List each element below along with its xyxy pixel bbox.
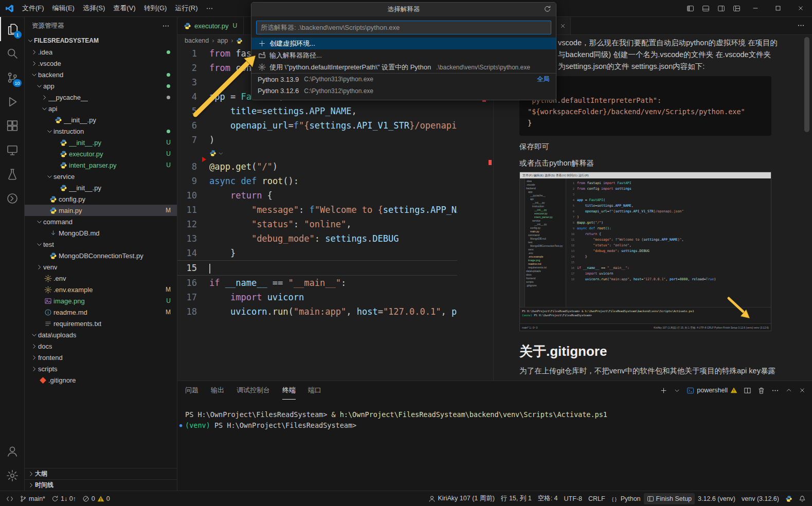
workspace-section-header[interactable]: FILESREADSYSTEAM <box>25 35 177 46</box>
code-line[interactable]: 9async def root(): <box>177 174 457 188</box>
maximize-button[interactable] <box>767 0 789 16</box>
tree-item-MongoDB.md[interactable]: MongoDB.md <box>25 227 177 239</box>
code-line[interactable]: 15 <box>177 260 457 276</box>
minimize-button[interactable] <box>744 0 767 16</box>
menu-item-4[interactable]: 转到(G) <box>140 3 171 14</box>
tree-item-.env[interactable]: .env <box>25 273 177 284</box>
tree-item-__init__.py[interactable]: __init__.pyU <box>25 137 177 148</box>
tab-executor[interactable]: executor.py U <box>177 17 244 34</box>
tree-item-requirements.txt[interactable]: requirements.txt <box>25 318 177 329</box>
quickpick-item-4[interactable]: Python 3.12.6C:\Python312\python.exe <box>251 85 556 97</box>
code-line[interactable]: 8@app.get("/") <box>177 159 457 174</box>
tree-item-config.py[interactable]: config.py <box>25 193 177 205</box>
activity-extensions[interactable] <box>0 114 25 138</box>
close-window-button[interactable] <box>789 0 812 16</box>
panel-more-icon[interactable] <box>771 387 779 394</box>
tree-item-frontend[interactable]: frontend <box>25 352 177 363</box>
menu-item-3[interactable]: 查看(V) <box>109 3 139 14</box>
activity-search[interactable] <box>0 41 25 65</box>
activity-source-control[interactable]: 10 <box>0 65 25 89</box>
kill-terminal-icon[interactable] <box>757 387 765 394</box>
menu-overflow-icon[interactable] <box>202 0 217 16</box>
tree-item-command[interactable]: command <box>25 216 177 227</box>
status-item-bell[interactable] <box>796 493 809 504</box>
tree-item-intent_parser.py[interactable]: intent_parser.pyU <box>25 159 177 171</box>
terminal-shell-item[interactable]: powershell <box>687 387 737 394</box>
code-line[interactable]: 16if __name__ == "__main__": <box>177 276 457 290</box>
layout-panel-icon[interactable] <box>698 0 713 16</box>
activity-gitlens[interactable] <box>0 186 25 210</box>
activity-testing[interactable] <box>0 162 25 186</box>
panel-tab-调试控制台[interactable]: 调试控制台 <box>237 381 270 400</box>
interpreter-input[interactable] <box>261 24 547 31</box>
tree-item-app[interactable]: app <box>25 80 177 92</box>
layout-customize-icon[interactable] <box>729 0 744 16</box>
tree-item-readme.md[interactable]: readme.mdM <box>25 306 177 318</box>
tree-item-.idea[interactable]: .idea <box>25 46 177 58</box>
tree-item-data-uploads[interactable]: data\uploads <box>25 329 177 340</box>
activity-explorer[interactable]: 1 <box>0 17 25 41</box>
tree-item-__init__.py[interactable]: __init__.py <box>25 114 177 125</box>
tree-item-docs[interactable]: docs <box>25 340 177 352</box>
status-item-空格: 4[interactable]: 空格: 4 <box>535 493 561 504</box>
activity-remote-explorer[interactable] <box>0 138 25 162</box>
activity-account[interactable] <box>0 439 25 463</box>
code-line[interactable]: 11 "message": f"Welcome to {settings.APP… <box>177 203 457 217</box>
panel-tab-终端[interactable]: 终端 <box>282 381 296 400</box>
tree-item-service[interactable]: service <box>25 171 177 182</box>
tree-item-image.png[interactable]: image.pngU <box>25 295 177 306</box>
status-item-main*[interactable]: main* <box>16 493 48 504</box>
layout-sidebar-left-icon[interactable] <box>682 0 698 16</box>
tree-item-test[interactable]: test <box>25 239 177 250</box>
new-terminal-icon[interactable] <box>660 387 667 394</box>
activity-run-debug[interactable] <box>0 89 25 114</box>
command-decoration-dot[interactable]: ● <box>179 420 182 431</box>
tree-item-__init__.py[interactable]: __init__.py <box>25 182 177 193</box>
explorer-more-icon[interactable] <box>162 22 170 30</box>
status-item-0[interactable]: 00 <box>79 493 113 504</box>
tree-item-api[interactable]: api <box>25 103 177 114</box>
quickpick-item-2[interactable]: 使用 \"python.defaultInterpreterPath\" 设置中… <box>251 61 556 73</box>
quickpick-item-1[interactable]: 输入解释器路径... <box>251 49 556 61</box>
status-item-行 15, 列 1[interactable]: 行 15, 列 1 <box>498 493 535 504</box>
activity-settings[interactable] <box>0 463 25 487</box>
terminal-output[interactable]: PS H:\OwnProject\FilesReadSysteam> & h:\… <box>177 409 812 491</box>
code-line[interactable]: 18 uvicorn.run("main:app", host="127.0.0… <box>177 304 457 319</box>
code-line[interactable]: 10 return { <box>177 188 457 203</box>
menu-item-2[interactable]: 选择(S) <box>79 3 109 14</box>
code-line[interactable]: 7) <box>177 133 457 147</box>
status-item-Python[interactable]: { }Python <box>608 493 644 504</box>
close-panel-icon[interactable] <box>799 387 806 394</box>
status-item-CRLF[interactable]: CRLF <box>585 493 608 504</box>
tree-item-instruction[interactable]: instruction <box>25 125 177 137</box>
menu-item-0[interactable]: 文件(F) <box>18 3 48 14</box>
tree-item-main.py[interactable]: main.pyM <box>25 205 177 216</box>
tree-item-.gitignore[interactable]: .gitignore <box>25 374 177 386</box>
status-item-remote[interactable] <box>3 493 16 504</box>
sidebar-section-0[interactable]: 大纲 <box>25 468 177 479</box>
status-item-python[interactable] <box>782 493 796 504</box>
sidebar-section-1[interactable]: 时间线 <box>25 479 177 491</box>
terminal-dropdown-icon[interactable] <box>674 387 680 394</box>
layout-sidebar-right-icon[interactable] <box>713 0 729 16</box>
code-line[interactable]: 13 "debug_mode": settings.DEBUG <box>177 231 457 246</box>
refresh-icon[interactable] <box>544 5 551 13</box>
chevron-down-icon[interactable] <box>218 151 224 156</box>
split-terminal-icon[interactable] <box>744 387 751 394</box>
panel-tab-输出[interactable]: 输出 <box>211 381 224 400</box>
tree-item-.vscode[interactable]: .vscode <box>25 58 177 69</box>
status-item-UTF-8[interactable]: UTF-8 <box>561 493 585 504</box>
panel-tab-问题[interactable]: 问题 <box>185 381 199 400</box>
menu-item-1[interactable]: 编辑(E) <box>48 3 79 14</box>
python-env-inlay[interactable] <box>177 147 457 159</box>
tree-item-venv[interactable]: venv <box>25 261 177 273</box>
code-line[interactable]: 17 import uvicorn <box>177 290 457 304</box>
status-item-1↓ 0↑[interactable]: 1↓ 0↑ <box>48 493 79 504</box>
quickpick-item-3[interactable]: Python 3.13.9C:\Python313\python.exe全局 <box>251 73 556 85</box>
code-line[interactable]: 12 "status": "online", <box>177 217 457 231</box>
preview-scrollbar[interactable] <box>804 37 809 132</box>
editor-actions-more-icon[interactable] <box>797 22 805 29</box>
menu-item-5[interactable]: 运行(R) <box>171 3 202 14</box>
tree-item-MongoDBConnectionTest.py[interactable]: MongoDBConnectionTest.py <box>25 250 177 261</box>
status-item-venv (3.12.6)[interactable]: venv (3.12.6) <box>738 493 782 504</box>
